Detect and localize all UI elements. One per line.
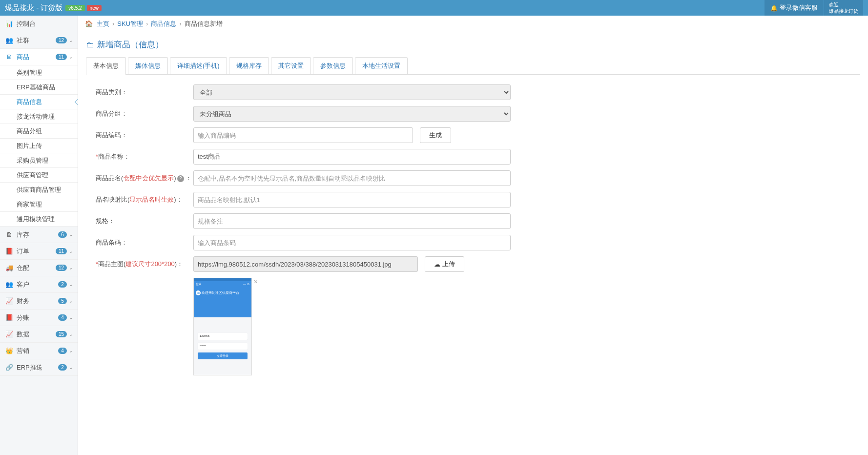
welcome-box: 欢迎 爆品接龙订货 [824,0,863,16]
brand-title: 爆品接龙 - 订货版 [5,3,62,13]
label-code: 商品编码： [96,131,193,140]
category-select[interactable]: 全部 [193,84,511,100]
sidebar-subitem-通用模块管理[interactable]: 通用模块管理 [0,212,78,227]
menu-icon: 📕 [5,248,14,255]
spec-input[interactable] [193,213,511,229]
menu-badge: 12 [56,37,67,43]
bell-icon [770,4,780,12]
chevron-down-icon: ⌄ [69,38,73,43]
menu-icon: 🚚 [5,264,14,271]
menu-label: 控制台 [17,20,73,28]
tab-规格库存[interactable]: 规格库存 [229,57,269,74]
chevron-down-icon: ⌄ [69,248,73,254]
tab-参数信息[interactable]: 参数信息 [313,57,353,74]
sidebar-item-订单[interactable]: 📕订单11⌄ [0,243,78,260]
app-header: 爆品接龙 - 订货版 v6.5.2 new 登录微信客服 欢迎 爆品接龙订货 [0,0,868,16]
chevron-down-icon: ⌄ [69,331,73,337]
sidebar-item-ERP推送[interactable]: 🔗ERP推送2⌄ [0,359,78,376]
tab-本地生活设置[interactable]: 本地生活设置 [355,57,408,74]
breadcrumb: 🏠 主页 › SKU管理 › 商品信息 › 商品信息新增 [78,16,868,32]
sidebar-item-商品[interactable]: 🗎商品11⌄ [0,49,78,65]
menu-label: 数据 [17,330,56,339]
menu-badge: 4 [58,348,67,354]
chevron-down-icon: ⌄ [69,54,73,60]
sidebar-subitem-商品信息[interactable]: 商品信息 [0,95,78,109]
folder-icon [86,40,94,50]
wechat-support-button[interactable]: 登录微信客服 [765,0,824,16]
chevron-down-icon: ⌄ [69,298,73,304]
breadcrumb-home[interactable]: 主页 [97,20,109,28]
menu-icon: 👥 [5,37,14,44]
label-category: 商品类别： [96,88,193,97]
menu-label: 分账 [17,313,58,322]
home-icon: 🏠 [85,20,93,27]
upload-button[interactable]: ☁上传 [425,256,464,272]
menu-badge: 6 [58,231,67,238]
tab-其它设置[interactable]: 其它设置 [271,57,311,74]
menu-badge: 2 [58,281,67,288]
menu-label: 商品 [17,53,56,62]
menu-icon: 🗎 [5,231,14,238]
main-content: 🏠 主页 › SKU管理 › 商品信息 › 商品信息新增 新增商品（信息） 基本… [78,16,868,455]
sidebar-subitem-商家管理[interactable]: 商家管理 [0,197,78,212]
menu-icon: 📈 [5,297,14,305]
sidebar-subitem-ERP基础商品[interactable]: ERP基础商品 [0,80,78,95]
sidebar-item-分账[interactable]: 📕分账4⌄ [0,310,78,326]
image-url-input[interactable] [193,256,418,272]
version-badge: v6.5.2 [65,5,84,11]
menu-badge: 11 [56,248,67,254]
name-input[interactable] [193,149,511,165]
group-select[interactable]: 未分组商品 [193,106,511,122]
sidebar-item-控制台[interactable]: 📊控制台 [0,16,78,32]
new-badge: new [87,5,102,11]
page-title: 新增商品（信息） [86,39,860,50]
sidebar-subitem-供应商管理[interactable]: 供应商管理 [0,168,78,183]
label-image: *商品主图(建议尺寸200*200)： [96,260,193,269]
menu-icon: 🗎 [5,53,14,61]
sidebar-item-财务[interactable]: 📈财务5⌄ [0,293,78,310]
tabs: 基本信息媒体信息详细描述(手机)规格库存其它设置参数信息本地生活设置 [86,57,860,75]
menu-badge: 15 [56,331,67,337]
label-ratio: 品名映射比(显示品名时生效)： [96,195,193,204]
menu-icon: 👑 [5,347,14,354]
breadcrumb-product[interactable]: 商品信息 [151,20,176,28]
menu-label: 订单 [17,247,56,256]
chevron-down-icon: ⌄ [69,265,73,270]
sidebar-subitem-图片上传[interactable]: 图片上传 [0,139,78,153]
alias-input[interactable] [193,170,511,186]
generate-button[interactable]: 生成 [420,127,451,143]
sidebar-subitem-商品分组[interactable]: 商品分组 [0,124,78,139]
menu-label: 仓配 [17,264,56,272]
sidebar-item-营销[interactable]: 👑营销4⌄ [0,343,78,359]
menu-label: 财务 [17,297,58,306]
tab-详细描述(手机)[interactable]: 详细描述(手机) [170,57,227,74]
chevron-down-icon: ⌄ [69,282,73,287]
menu-icon: 📕 [5,314,14,321]
menu-icon: 📊 [5,20,14,27]
sidebar-item-数据[interactable]: 📈数据15⌄ [0,326,78,343]
menu-label: 营销 [17,347,58,355]
sidebar-item-社群[interactable]: 👥社群12⌄ [0,32,78,49]
tab-媒体信息[interactable]: 媒体信息 [128,57,168,74]
sidebar-item-客户[interactable]: 👥客户2⌄ [0,276,78,293]
chevron-down-icon: ⌄ [69,315,73,320]
menu-badge: 11 [56,54,67,60]
sidebar: 📊控制台👥社群12⌄🗎商品11⌄类别管理ERP基础商品商品信息接龙活动管理商品分… [0,16,78,455]
label-spec: 规格： [96,217,193,226]
ratio-input[interactable] [193,192,511,207]
barcode-input[interactable] [193,235,511,250]
sidebar-subitem-采购员管理[interactable]: 采购员管理 [0,153,78,168]
tab-基本信息[interactable]: 基本信息 [86,57,126,74]
code-input[interactable] [193,127,413,143]
help-icon[interactable]: ? [177,175,184,182]
sidebar-subitem-类别管理[interactable]: 类别管理 [0,65,78,80]
sidebar-item-库存[interactable]: 🗎库存6⌄ [0,227,78,243]
chevron-down-icon: ⌄ [69,348,73,353]
remove-image-button[interactable]: × [254,278,258,286]
sidebar-subitem-接龙活动管理[interactable]: 接龙活动管理 [0,109,78,124]
breadcrumb-sku[interactable]: SKU管理 [117,20,143,28]
menu-label: ERP推送 [17,363,58,372]
sidebar-item-仓配[interactable]: 🚚仓配12⌄ [0,260,78,276]
sidebar-subitem-供应商商品管理[interactable]: 供应商商品管理 [0,183,78,197]
cloud-upload-icon: ☁ [434,261,440,268]
